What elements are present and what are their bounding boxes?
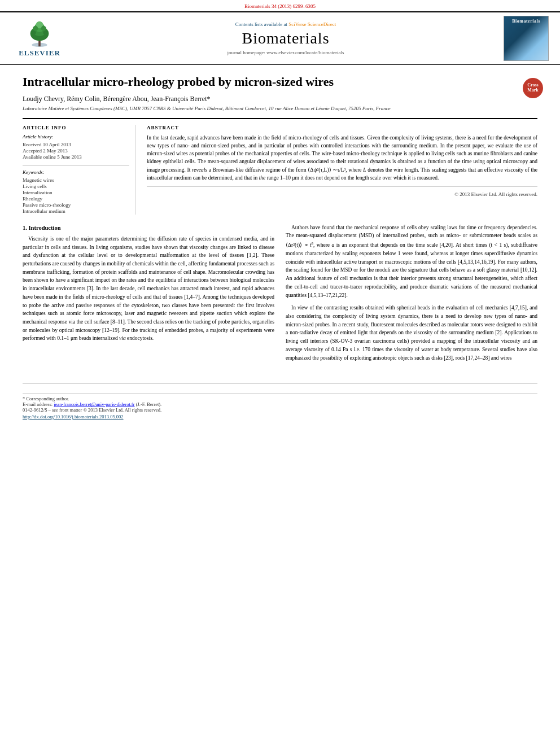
body-right-column: Authors have found that the mechanical r…	[286, 224, 537, 367]
article-title: Intracellular micro-rheology probed by m…	[23, 74, 537, 90]
journal-homepage-link: journal homepage: www.elsevier.com/locat…	[73, 50, 498, 55]
keyword-internalization: Internalization	[23, 190, 129, 195]
article-info-abstract-section: ARTICLE INFO Article history: Received 1…	[23, 118, 537, 215]
svg-point-9	[41, 26, 46, 31]
keyword-magnetic-wires: Magnetic wires	[23, 177, 129, 183]
cover-thumbnail: Biomaterials	[504, 16, 549, 61]
journal-reference: Biomaterials 34 (2013) 6299–6305	[0, 0, 560, 11]
svg-point-8	[33, 26, 38, 31]
journal-title: Biomaterials	[73, 29, 498, 47]
publisher-logo-area: ELSEVIER	[6, 19, 73, 58]
intro-paragraph-2: Authors have found that the mechanical r…	[286, 224, 537, 300]
journal-header: ELSEVIER Contents lists available at Sci…	[0, 11, 560, 65]
elsevier-logo: ELSEVIER	[19, 19, 60, 58]
keyword-rheology: Rheology	[23, 196, 129, 202]
keywords-label: Keywords:	[23, 169, 129, 175]
intro-paragraph-1: Viscosity is one of the major parameters…	[23, 235, 274, 343]
page-footer: * Corresponding author. E-mail address: …	[23, 383, 537, 420]
article-info-label: ARTICLE INFO	[23, 125, 129, 130]
journal-ref-text: Biomaterials 34 (2013) 6299–6305	[244, 3, 316, 9]
authors-line: Loudjy Chevry, Rémy Colin, Bérengère Abo…	[23, 95, 537, 103]
sciverse-anchor[interactable]: SciVerse ScienceDirect	[288, 21, 336, 27]
received-date: Received 10 April 2013	[23, 142, 129, 147]
elsevier-tree-icon	[23, 19, 56, 47]
copyright-notice: © 2013 Elsevier Ltd. All rights reserved…	[147, 186, 537, 197]
keyword-passive-micro-rheology: Passive micro-rheology	[23, 202, 129, 208]
article-history: Article history: Received 10 April 2013 …	[23, 134, 129, 160]
article-info-panel: ARTICLE INFO Article history: Received 1…	[23, 125, 135, 215]
keyword-intracellular-medium: Intracellular medium	[23, 208, 129, 214]
crossmark-icon: CrossMark	[523, 78, 543, 98]
main-content: Intracellular micro-rheology probed by m…	[0, 65, 560, 430]
sciverse-link: Contents lists available at SciVerse Sci…	[73, 21, 498, 27]
affiliation-line: Laboratoire Matière et Systèmes Complexe…	[23, 106, 537, 111]
keywords-section: Keywords: Magnetic wires Living cells In…	[23, 165, 129, 214]
doi-link: http://dx.doi.org/10.1016/j.biomaterials…	[23, 414, 537, 420]
abstract-panel: ABSTRACT In the last decade, rapid advan…	[147, 125, 537, 215]
keyword-living-cells: Living cells	[23, 184, 129, 189]
body-content: 1. Introduction Viscosity is one of the …	[23, 224, 537, 367]
abstract-label: ABSTRACT	[147, 125, 537, 130]
intro-paragraph-3: In view of the contrasting results obtai…	[286, 304, 537, 362]
title-row: Intracellular micro-rheology probed by m…	[23, 74, 537, 90]
abstract-text: In the last decade, rapid advances have …	[147, 134, 537, 182]
crossmark-badge: CrossMark	[523, 78, 543, 98]
body-left-column: 1. Introduction Viscosity is one of the …	[23, 224, 274, 367]
email-link[interactable]: jean-francois.berret@univ-paris-diderot.…	[54, 401, 134, 407]
corresponding-author-note: * Corresponding author. E-mail address: …	[23, 393, 537, 407]
issn-notice: 0142-9612/$ – see front matter © 2013 El…	[23, 407, 537, 413]
accepted-date: Accepted 2 May 2013	[23, 148, 129, 154]
history-label: Article history:	[23, 134, 129, 139]
journal-title-area: Contents lists available at SciVerse Sci…	[73, 21, 498, 55]
journal-cover-image: Biomaterials	[498, 16, 554, 61]
elsevier-brand-name: ELSEVIER	[19, 49, 60, 58]
online-date: Available online 5 June 2013	[23, 154, 129, 160]
introduction-heading: 1. Introduction	[23, 224, 274, 233]
doi-anchor[interactable]: http://dx.doi.org/10.1016/j.biomaterials…	[23, 414, 124, 420]
